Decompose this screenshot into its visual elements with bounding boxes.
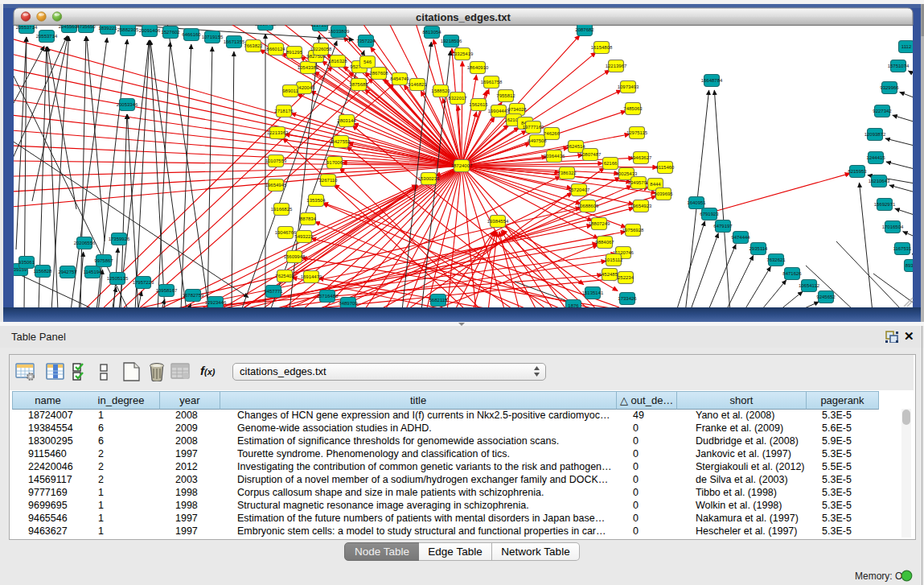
svg-text:16210643: 16210643 [869, 179, 890, 183]
svg-text:9457771: 9457771 [264, 289, 283, 294]
svg-text:19463627: 19463627 [630, 155, 652, 160]
svg-text:5493222: 5493222 [294, 234, 314, 239]
svg-text:19384554: 19384554 [487, 219, 509, 224]
svg-text:15720407: 15720407 [569, 187, 590, 192]
svg-text:16154808: 16154808 [591, 45, 613, 50]
svg-text:25882305: 25882305 [117, 27, 139, 32]
svg-text:7632621: 7632621 [766, 257, 786, 262]
svg-text:20206556: 20206556 [74, 241, 96, 245]
svg-text:3875685: 3875685 [349, 82, 368, 87]
svg-text:6497508: 6497508 [528, 138, 547, 143]
svg-text:8489709: 8489709 [339, 301, 358, 306]
svg-text:10958167: 10958167 [156, 288, 178, 293]
svg-text:15716485: 15716485 [317, 294, 339, 299]
svg-text:1733426: 1733426 [618, 296, 637, 301]
svg-text:12213967: 12213967 [606, 64, 627, 68]
svg-text:16782759: 16782759 [183, 293, 204, 298]
svg-text:9146821: 9146821 [408, 82, 427, 87]
svg-text:1112: 1112 [901, 44, 912, 49]
svg-text:989011: 989011 [282, 89, 298, 93]
svg-text:10719155: 10719155 [202, 35, 224, 39]
svg-text:9115460: 9115460 [656, 165, 676, 170]
svg-text:15135141: 15135141 [582, 290, 604, 295]
svg-text:12093872: 12093872 [864, 132, 886, 137]
svg-text:8322017: 8322017 [448, 96, 467, 101]
svg-text:13495798: 13495798 [628, 180, 650, 185]
svg-text:20364436: 20364436 [544, 154, 565, 159]
svg-text:1167531: 1167531 [893, 246, 913, 251]
svg-text:19654945: 19654945 [265, 183, 287, 187]
svg-text:917006: 917006 [326, 160, 343, 165]
svg-text:17957223: 17957223 [133, 280, 154, 285]
svg-text:746266: 746266 [544, 131, 561, 136]
svg-text:18640910: 18640910 [467, 65, 489, 70]
svg-text:1015112: 1015112 [605, 257, 624, 262]
svg-text:9227342: 9227342 [873, 109, 892, 113]
svg-text:16033809: 16033809 [328, 29, 350, 34]
svg-text:1816328: 1816328 [328, 59, 347, 64]
svg-text:1353504: 1353504 [306, 198, 326, 203]
svg-text:12213363: 12213363 [267, 130, 289, 135]
svg-text:19654923: 19654923 [630, 204, 652, 208]
svg-text:2942757: 2942757 [58, 270, 77, 274]
svg-text:10807487: 10807487 [580, 152, 602, 157]
svg-text:9975867: 9975867 [94, 258, 113, 263]
svg-text:7485063: 7485063 [623, 106, 643, 111]
svg-text:15692971: 15692971 [874, 202, 896, 207]
svg-text:9734028: 9734028 [507, 107, 527, 112]
svg-text:19777169: 19777169 [523, 125, 544, 130]
svg-text:9329966: 9329966 [880, 85, 899, 90]
svg-text:6791923: 6791923 [700, 212, 719, 216]
svg-text:1156828: 1156828 [34, 269, 53, 274]
svg-text:13226058: 13226058 [310, 47, 332, 51]
svg-text:10107553: 10107553 [265, 159, 287, 163]
svg-text:9474444: 9474444 [731, 235, 750, 240]
svg-text:10543382: 10543382 [298, 65, 319, 70]
svg-text:15609948: 15609948 [284, 254, 306, 259]
svg-text:9884067: 9884067 [595, 240, 614, 245]
svg-text:1244415: 1244415 [866, 155, 885, 160]
svg-text:8471626: 8471626 [782, 271, 802, 276]
svg-text:15751074: 15751074 [888, 64, 910, 68]
svg-text:1527602: 1527602 [161, 30, 180, 35]
svg-text:19046766: 19046766 [275, 230, 297, 235]
svg-text:20091406: 20091406 [139, 28, 161, 33]
svg-text:8813054: 8813054 [422, 30, 441, 35]
svg-text:19756928: 19756928 [622, 228, 644, 233]
svg-text:1562615: 1562615 [469, 102, 488, 107]
svg-text:7357224: 7357224 [356, 39, 376, 43]
svg-text:16961758: 16961758 [481, 80, 503, 84]
svg-text:10025433: 10025433 [616, 171, 638, 176]
svg-text:8444: 8444 [650, 182, 661, 187]
svg-text:16671355: 16671355 [224, 39, 245, 44]
svg-text:19166825: 19166825 [271, 207, 293, 212]
svg-text:10654112: 10654112 [799, 283, 820, 288]
svg-text:15300233: 15300233 [418, 176, 440, 181]
svg-text:8454749: 8454749 [390, 76, 409, 81]
svg-text:6479197: 6479197 [713, 224, 733, 229]
svg-text:2803144: 2803144 [337, 118, 356, 123]
svg-text:19218506: 19218506 [441, 39, 462, 43]
svg-text:2718176: 2718176 [274, 109, 294, 113]
svg-text:citations_edges.txt: citations_edges.txt [416, 11, 511, 23]
svg-text:7955812: 7955812 [496, 93, 515, 98]
svg-text:252234: 252234 [618, 275, 634, 280]
svg-text:16914479: 16914479 [301, 274, 322, 279]
svg-text:20553714: 20553714 [16, 25, 38, 30]
svg-text:2867608: 2867608 [369, 71, 388, 76]
svg-text:935061: 935061 [18, 260, 35, 265]
svg-text:2087682: 2087682 [575, 27, 594, 32]
svg-text:1839221: 1839221 [98, 26, 117, 31]
svg-text:1640951: 1640951 [687, 200, 706, 205]
svg-text:10688609: 10688609 [577, 204, 599, 208]
svg-text:3267110: 3267110 [319, 178, 339, 183]
svg-text:7663822: 7663822 [244, 43, 263, 48]
svg-text:19904443: 19904443 [488, 109, 510, 113]
svg-text:8215953: 8215953 [848, 169, 867, 174]
svg-text:62166: 62166 [604, 161, 618, 166]
svg-text:7386322: 7386322 [557, 171, 577, 175]
svg-text:1588520: 1588520 [431, 89, 450, 93]
svg-text:18807249: 18807249 [589, 221, 610, 226]
svg-text:12975115: 12975115 [626, 130, 648, 135]
svg-text:9039695: 9039695 [654, 192, 673, 196]
